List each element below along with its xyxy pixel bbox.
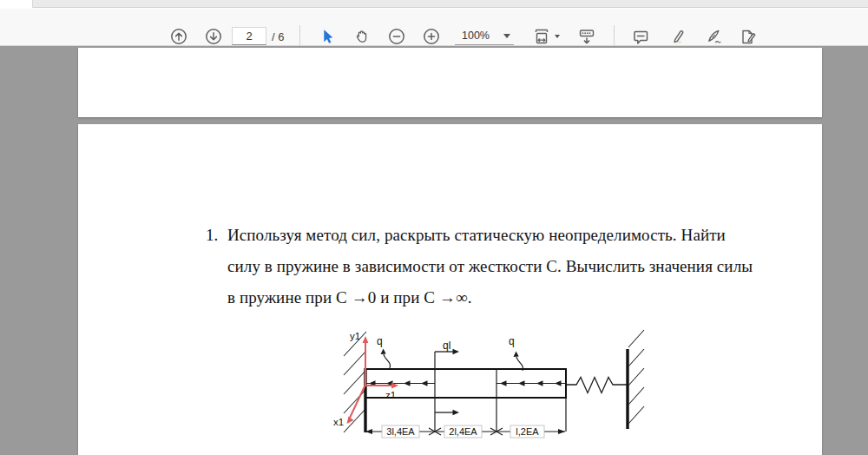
force-arrow-below — [435, 410, 459, 415]
problem-number: 1. — [206, 226, 218, 245]
plus-circle-icon — [422, 27, 441, 46]
axis-label-x1: x1 — [333, 417, 344, 427]
left-wall-hatching — [344, 332, 366, 432]
distributed-load-right — [496, 380, 566, 386]
sign-button[interactable] — [704, 27, 723, 46]
page-number-input[interactable] — [232, 27, 266, 45]
chevron-down-icon[interactable] — [555, 35, 560, 38]
document-tab-edge — [0, 0, 33, 8]
problem-text-line2: силу в пружине в зависимости от жесткост… — [227, 257, 753, 276]
comment-button[interactable] — [631, 27, 650, 46]
right-wall-hatching — [628, 330, 644, 424]
select-tool-button[interactable] — [318, 27, 337, 46]
cursor-pointer-icon — [318, 27, 337, 46]
zoom-level-select[interactable]: 100% — [455, 27, 514, 45]
fountain-pen-icon — [704, 27, 723, 46]
next-page-button[interactable] — [204, 27, 223, 46]
arrow-down-circle-icon — [204, 27, 223, 46]
document-pen-icon — [739, 27, 758, 46]
problem-text-line3: в пружине при С →0 и при С →∞. — [227, 288, 472, 307]
coordinate-axes — [350, 342, 392, 418]
load-label-q-right: q — [509, 335, 515, 347]
dim-label-1: 3l,4EA — [386, 426, 415, 437]
dimension-labels: 3l,4EA 2l,4EA l,2EA — [382, 425, 544, 438]
zoom-level-value: 100% — [462, 30, 490, 42]
axis-arrowheads — [347, 336, 399, 424]
previous-page-button[interactable] — [169, 27, 188, 46]
zoom-in-button[interactable] — [422, 27, 441, 46]
mechanics-diagram: ql q q — [328, 322, 651, 444]
page-count-label: / 6 — [272, 30, 284, 43]
pdf-page-1-bottom — [78, 48, 822, 117]
problem-text-line1: Используя метод сил, раскрыть статическу… — [227, 226, 726, 245]
force-label-ql: ql — [443, 340, 450, 352]
fit-width-button[interactable] — [532, 27, 551, 46]
highlighter-icon — [667, 27, 687, 46]
zoom-out-button[interactable] — [387, 27, 406, 46]
arrow-up-circle-icon — [169, 27, 188, 46]
page-scrolling-icon — [577, 27, 596, 46]
pdf-toolbar: / 6 100% — [0, 9, 868, 46]
axis-label-y1: y1 — [350, 331, 360, 341]
leader-q-left — [381, 349, 391, 369]
document-canvas: 1. Используя метод сил, раскрыть статиче… — [0, 46, 868, 455]
tab-strip — [0, 0, 868, 8]
segment-dividers — [435, 352, 566, 432]
highlight-button[interactable] — [667, 27, 687, 46]
fill-and-sign-button[interactable] — [739, 27, 758, 46]
minus-circle-icon — [387, 27, 406, 46]
comment-bubble-icon — [631, 27, 650, 46]
fit-width-icon — [532, 27, 551, 46]
axis-label-z1: z1 — [385, 390, 396, 400]
dim-label-3: l,2EA — [516, 426, 539, 437]
scrolling-mode-button[interactable] — [577, 27, 596, 46]
spring — [566, 378, 627, 393]
dim-label-2: 2l,4EA — [449, 426, 477, 437]
leader-q-right — [514, 352, 523, 372]
chevron-down-icon — [503, 34, 510, 38]
pdf-page-2: 1. Используя метод сил, раскрыть статиче… — [78, 124, 822, 455]
hand-tool-button[interactable] — [352, 27, 372, 46]
toolbar-separator — [299, 25, 300, 48]
hand-icon — [352, 27, 372, 46]
load-label-q-left: q — [377, 335, 383, 347]
toolbar-separator — [614, 25, 615, 48]
